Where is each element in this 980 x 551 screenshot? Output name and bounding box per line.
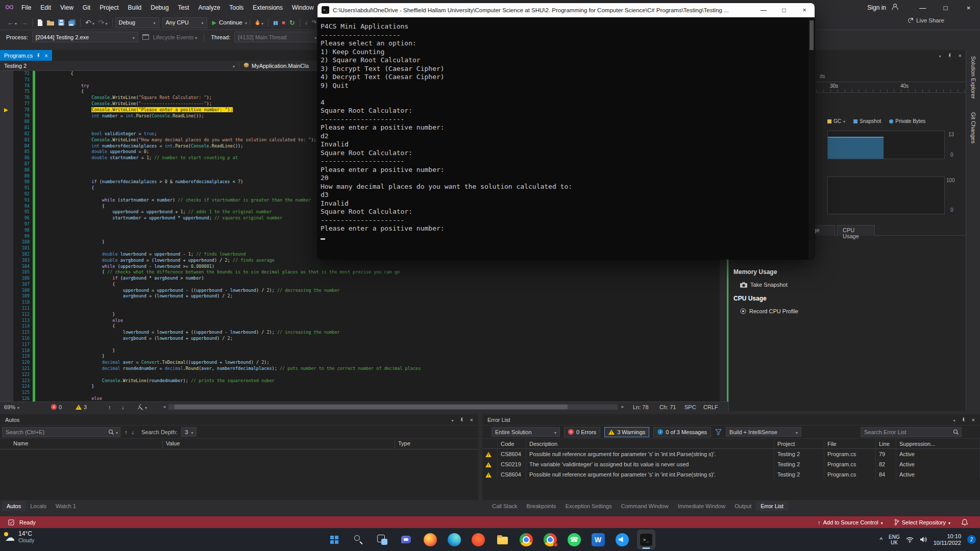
tab-watch-1[interactable]: Watch 1 [51, 501, 81, 511]
console-scrollbar[interactable] [808, 17, 815, 259]
prev-issue-button[interactable]: ↑ [108, 402, 111, 412]
menu-item-project[interactable]: Project [95, 3, 123, 13]
menu-item-test[interactable]: Test [174, 3, 194, 13]
close-panel-icon[interactable]: × [959, 53, 962, 59]
scrollbar-thumb[interactable] [810, 20, 814, 50]
code-line-112[interactable]: 112 } [0, 312, 728, 318]
tab-command-window[interactable]: Command Window [617, 501, 673, 511]
breakpoint-margin[interactable] [0, 378, 13, 384]
code-line-125[interactable]: 125 [0, 390, 728, 396]
search-icon[interactable] [953, 429, 959, 435]
console-maximize-button[interactable]: □ [774, 3, 794, 17]
taskbar-file-explorer-button[interactable] [493, 530, 511, 549]
continue-button[interactable]: ▶ Continue [212, 19, 248, 26]
messages-filter-button[interactable]: 0 of 3 Messages [653, 427, 711, 437]
breakpoint-margin[interactable] [0, 239, 13, 245]
console-title-bar[interactable]: >_ C:\Users\abdul\OneDrive - Sheffield H… [317, 3, 815, 17]
breakpoint-margin[interactable] [0, 354, 13, 360]
breakpoint-margin[interactable] [0, 179, 13, 185]
breakpoint-margin[interactable] [0, 306, 13, 312]
tab-error-list[interactable]: Error List [756, 501, 788, 511]
side-tab-git-changes[interactable]: Git Changes [970, 112, 976, 143]
take-snapshot-button[interactable]: Take Snapshot [740, 282, 788, 288]
code-line-111[interactable]: 111 [0, 306, 728, 312]
background-tasks-icon[interactable] [8, 519, 14, 525]
breakpoint-margin[interactable] [0, 149, 13, 155]
wifi-icon[interactable] [906, 537, 914, 543]
solution-platform-dropdown[interactable]: Any CPU [162, 17, 207, 28]
new-file-button[interactable] [35, 17, 45, 28]
code-line-109[interactable]: 109 avrgbound = (lowerbound + upperbound… [0, 293, 728, 299]
breakpoint-margin[interactable] [0, 288, 13, 294]
breakpoint-margin[interactable] [0, 390, 13, 396]
breakpoint-margin[interactable] [0, 276, 13, 282]
menu-item-window[interactable]: Window [287, 3, 318, 13]
taskbar-volume-button[interactable] [613, 530, 631, 549]
menu-item-tools[interactable]: Tools [225, 3, 248, 13]
redo-button[interactable]: ↷ [96, 17, 110, 28]
window-menu-icon[interactable] [953, 417, 955, 423]
menu-item-build[interactable]: Build [124, 3, 146, 13]
bell-icon[interactable] [962, 519, 968, 526]
breakpoint-margin[interactable] [0, 204, 13, 210]
taskbar-task-view-button[interactable] [373, 530, 391, 549]
record-cpu-profile-button[interactable]: Record CPU Profile [740, 308, 798, 314]
project-dropdown[interactable]: Testing 2 [0, 63, 239, 69]
menu-item-debug[interactable]: Debug [146, 3, 173, 13]
search-icon[interactable] [108, 429, 114, 435]
tab-cpu-usage[interactable]: CPU Usage [837, 225, 875, 236]
lifecycle-events-button[interactable]: Lifecycle Events [153, 34, 198, 40]
window-menu-icon[interactable] [939, 53, 941, 59]
break-all-button[interactable]: ▮▮ [271, 17, 280, 28]
taskbar-chat-button[interactable] [397, 530, 415, 549]
user-avatar-icon[interactable] [891, 3, 899, 12]
open-file-button[interactable] [45, 17, 56, 28]
taskbar-chrome-button[interactable] [517, 530, 535, 549]
error-list-column-headers[interactable]: Code Description Project File Line Suppr… [482, 439, 980, 449]
language-indicator[interactable]: ENGUK [889, 534, 900, 545]
speaker-icon[interactable] [920, 536, 927, 543]
menu-item-edit[interactable]: Edit [36, 3, 56, 13]
breakpoint-margin[interactable] [0, 258, 13, 264]
breakpoint-margin[interactable] [0, 269, 13, 276]
menu-item-analyze[interactable]: Analyze [194, 3, 225, 13]
breakpoint-margin[interactable] [0, 143, 13, 149]
stop-debugging-button[interactable]: ■ [280, 17, 287, 28]
notification-count-badge[interactable]: 2 [967, 535, 976, 544]
error-row-CS8604-line-84[interactable]: CS8604Possible null reference argument f… [482, 469, 980, 480]
console-close-button[interactable]: × [794, 3, 815, 17]
breakpoint-margin[interactable] [0, 215, 13, 221]
warnings-filter-button[interactable]: 3 Warnings [604, 427, 649, 437]
pin-icon[interactable] [947, 53, 952, 58]
process-dropdown[interactable]: [20444] Testing 2.exe [32, 32, 138, 42]
save-all-button[interactable] [66, 17, 78, 28]
breakpoint-margin[interactable] [0, 245, 13, 252]
breakpoint-margin[interactable] [0, 125, 13, 131]
scroll-left-icon[interactable]: ◄ [162, 402, 166, 412]
tab-autos[interactable]: Autos [2, 501, 26, 511]
code-line-124[interactable]: 124 } [0, 384, 728, 390]
save-button[interactable] [56, 17, 66, 28]
errors-filter-button[interactable]: 0 Errors [564, 427, 600, 437]
vs-restore-button[interactable]: □ [934, 0, 957, 15]
tab-output[interactable]: Output [730, 501, 756, 511]
taskbar-whatsapp-button[interactable]: ☎ [565, 530, 583, 549]
memory-usage-chart[interactable] [827, 131, 945, 159]
taskbar-search-button[interactable] [349, 530, 368, 549]
console-output[interactable]: P4CS Mini Applications------------------… [317, 17, 815, 259]
taskbar-terminal-button[interactable]: >_ [637, 530, 655, 549]
autos-search-input[interactable] [3, 429, 120, 435]
error-row-CS0219-line-82[interactable]: CS0219The variable 'validinteger' is ass… [482, 459, 980, 469]
error-list-search-input[interactable] [861, 429, 961, 435]
taskbar-firefox-button[interactable] [421, 530, 439, 549]
breakpoint-margin[interactable] [0, 228, 13, 234]
breakpoint-margin[interactable] [0, 318, 13, 324]
tab-exception-settings[interactable]: Exception Settings [561, 501, 617, 511]
breakpoint-margin[interactable] [0, 191, 13, 197]
breakpoint-margin[interactable] [0, 173, 13, 180]
cpu-usage-chart[interactable] [827, 177, 945, 214]
breakpoint-margin[interactable] [0, 161, 13, 167]
code-line-117[interactable]: 117 [0, 342, 728, 348]
search-prev-button[interactable]: ↑ [125, 429, 128, 435]
console-minimize-button[interactable]: — [753, 3, 774, 17]
